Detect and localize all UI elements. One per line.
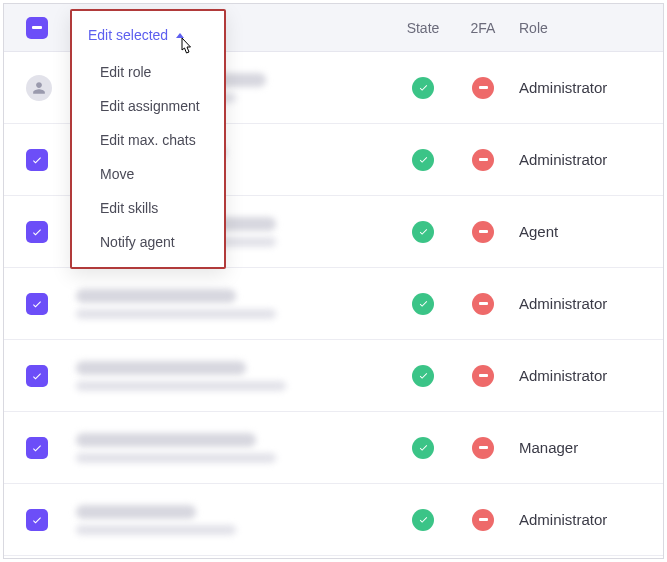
role-cell: Agent bbox=[513, 223, 663, 240]
check-icon bbox=[31, 298, 43, 310]
column-header-2fa: 2FA bbox=[453, 20, 513, 36]
check-icon bbox=[31, 370, 43, 382]
check-icon bbox=[31, 514, 43, 526]
role-cell: Administrator bbox=[513, 151, 663, 168]
role-cell: Administrator bbox=[513, 295, 663, 312]
agent-email-placeholder bbox=[76, 453, 276, 463]
table-row: Manager bbox=[4, 412, 663, 484]
twofa-off-icon bbox=[472, 437, 494, 459]
twofa-off-icon bbox=[472, 77, 494, 99]
dropdown-title-label: Edit selected bbox=[88, 27, 168, 43]
row-checkbox[interactable] bbox=[26, 221, 48, 243]
role-cell: Administrator bbox=[513, 367, 663, 384]
twofa-off-icon bbox=[472, 509, 494, 531]
column-header-state: State bbox=[393, 20, 453, 36]
table-row: Administrator bbox=[4, 484, 663, 556]
agent-name-placeholder bbox=[76, 289, 236, 303]
dropdown-title[interactable]: Edit selected bbox=[72, 15, 224, 55]
agent-name-placeholder bbox=[76, 505, 196, 519]
agent-name-placeholder bbox=[76, 361, 246, 375]
role-cell: Administrator bbox=[513, 511, 663, 528]
check-icon bbox=[31, 442, 43, 454]
dropdown-item-notify-agent[interactable]: Notify agent bbox=[72, 225, 224, 259]
check-icon bbox=[31, 226, 43, 238]
table-row: Administrator bbox=[4, 340, 663, 412]
row-checkbox[interactable] bbox=[26, 509, 48, 531]
twofa-off-icon bbox=[472, 293, 494, 315]
agent-email-placeholder bbox=[76, 525, 236, 535]
agent-email-placeholder bbox=[76, 381, 286, 391]
state-ok-icon bbox=[412, 77, 434, 99]
select-all-checkbox[interactable] bbox=[26, 17, 48, 39]
state-ok-icon bbox=[412, 437, 434, 459]
row-checkbox[interactable] bbox=[26, 149, 48, 171]
avatar[interactable] bbox=[26, 75, 52, 101]
dropdown-item-edit-skills[interactable]: Edit skills bbox=[72, 191, 224, 225]
row-checkbox[interactable] bbox=[26, 437, 48, 459]
table-row: Administrator bbox=[4, 268, 663, 340]
twofa-off-icon bbox=[472, 221, 494, 243]
role-cell: Manager bbox=[513, 439, 663, 456]
dropdown-item-edit-max-chats[interactable]: Edit max. chats bbox=[72, 123, 224, 157]
twofa-off-icon bbox=[472, 149, 494, 171]
twofa-off-icon bbox=[472, 365, 494, 387]
state-ok-icon bbox=[412, 365, 434, 387]
dropdown-item-edit-assignment[interactable]: Edit assignment bbox=[72, 89, 224, 123]
agent-email-placeholder bbox=[76, 309, 276, 319]
row-checkbox[interactable] bbox=[26, 293, 48, 315]
state-ok-icon bbox=[412, 149, 434, 171]
state-ok-icon bbox=[412, 509, 434, 531]
column-header-role: Role bbox=[513, 20, 663, 36]
user-icon bbox=[32, 81, 46, 95]
agent-name-placeholder bbox=[76, 433, 256, 447]
state-ok-icon bbox=[412, 293, 434, 315]
row-checkbox[interactable] bbox=[26, 365, 48, 387]
edit-selected-dropdown: Edit selected Edit role Edit assignment … bbox=[70, 9, 226, 269]
dropdown-item-move[interactable]: Move bbox=[72, 157, 224, 191]
role-cell: Administrator bbox=[513, 79, 663, 96]
cursor-pointer-icon bbox=[176, 36, 196, 60]
dropdown-item-edit-role[interactable]: Edit role bbox=[72, 55, 224, 89]
check-icon bbox=[31, 154, 43, 166]
state-ok-icon bbox=[412, 221, 434, 243]
